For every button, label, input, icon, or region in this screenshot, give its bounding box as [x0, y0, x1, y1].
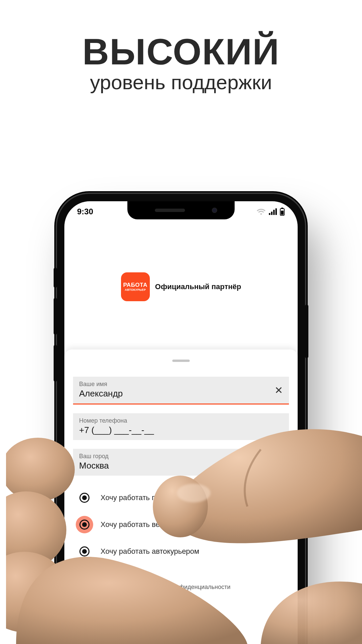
headline-title: ВЫСОКИЙ [0, 30, 362, 73]
name-field[interactable]: Ваше имя Александр ✕ [73, 377, 289, 405]
role-label: Хочу работать автокурьером [101, 547, 199, 556]
role-radio-group: Хочу работать пешим курьерм Хочу работат… [73, 484, 289, 565]
name-label: Ваше имя [79, 381, 283, 388]
consent-row[interactable]: Я соглашаюсь с политикой конфиденциально… [73, 581, 289, 593]
radio-icon [79, 493, 89, 503]
form-sheet: Ваше имя Александр ✕ Номер телефона +7 (… [64, 350, 298, 644]
phone-mute-switch [54, 268, 57, 288]
signal-icon [268, 208, 277, 215]
consent-checkbox[interactable] [74, 581, 86, 593]
phone-speaker [155, 209, 185, 212]
app-logo: РАБОТА АВТОКУРЬЕР [121, 272, 150, 301]
battery-icon [280, 208, 285, 216]
role-label: Хочу работать вело/мото курьером [101, 520, 221, 529]
city-value: Москва [79, 461, 283, 471]
role-option-auto[interactable]: Хочу работать автокурьером [73, 538, 289, 565]
phone-label: Номер телефона [79, 417, 283, 424]
role-option-bike[interactable]: Хочу работать вело/мото курьером [73, 511, 289, 538]
brand-row: РАБОТА АВТОКУРЬЕР Официальный партнёр [121, 272, 241, 301]
name-value: Александр [79, 388, 283, 399]
role-label: Хочу работать пешим курьерм [101, 493, 205, 502]
wifi-icon [257, 208, 265, 215]
logo-text-2: АВТОКУРЬЕР [125, 288, 146, 291]
phone-side-button [305, 305, 308, 358]
phone-notch [127, 201, 235, 219]
partner-label: Официальный партнёр [155, 282, 241, 291]
role-option-foot[interactable]: Хочу работать пешим курьерм [73, 484, 289, 511]
logo-text-1: РАБОТА [123, 282, 147, 288]
app-content: РАБОТА АВТОКУРЬЕР Официальный партнёр Ва… [64, 222, 298, 644]
phone-screen: 9:30 РАБОТА АВТОКУРЬЕР [64, 201, 298, 644]
city-label: Ваш город [79, 453, 283, 460]
radio-icon [79, 546, 89, 556]
city-field[interactable]: Ваш город Москва [73, 449, 289, 476]
phone-value: +7 (___) ___-__-__ [79, 425, 283, 435]
consent-label: Я соглашаюсь с политикой конфиденциально… [93, 584, 230, 591]
check-icon [77, 583, 84, 591]
phone-frame: 9:30 РАБОТА АВТОКУРЬЕР [57, 194, 305, 644]
close-icon[interactable]: ✕ [275, 384, 283, 396]
radio-icon [79, 520, 89, 530]
phone-field[interactable]: Номер телефона +7 (___) ___-__-__ [73, 413, 289, 440]
phone-volume-down [54, 345, 57, 382]
phone-volume-up [54, 298, 57, 335]
svg-rect-2 [281, 211, 284, 215]
phone-camera [212, 208, 217, 213]
status-time: 9:30 [77, 207, 93, 216]
headline-subtitle: уровень поддержки [0, 71, 362, 94]
sheet-grabber[interactable] [172, 360, 190, 362]
